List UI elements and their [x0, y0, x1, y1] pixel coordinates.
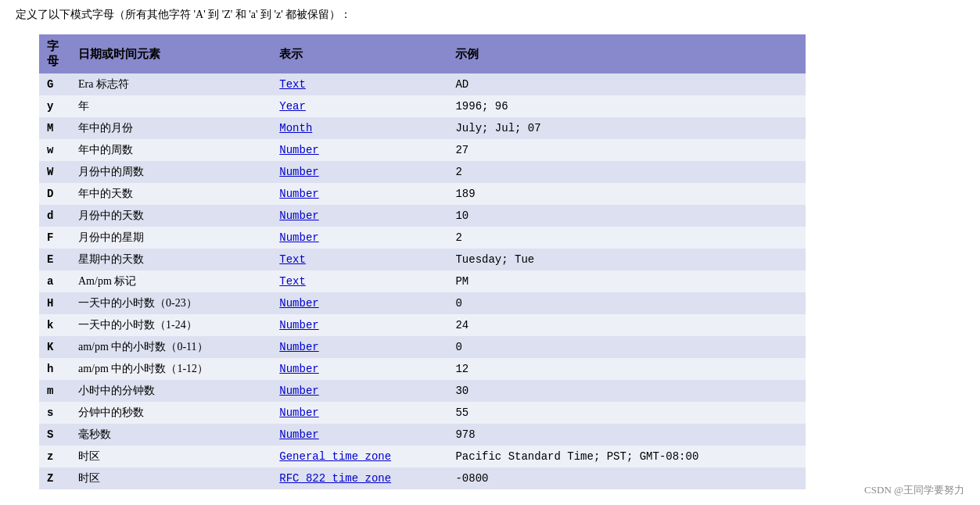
cell-representation[interactable]: Number [271, 424, 447, 446]
representation-link[interactable]: Number [279, 341, 318, 353]
representation-link[interactable]: Number [279, 210, 318, 222]
cell-example: 189 [447, 183, 806, 205]
cell-description: 年中的周数 [70, 139, 271, 161]
intro-text: 定义了以下模式字母（所有其他字符 'A' 到 'Z' 和 'a' 到 'z' 都… [16, 8, 964, 22]
table-row: ham/pm 中的小时数（1-12）Number12 [39, 358, 806, 380]
cell-example: 30 [447, 380, 806, 402]
table-row: D年中的天数Number189 [39, 183, 806, 205]
cell-description: 一天中的小时数（0-23） [70, 292, 271, 314]
cell-representation[interactable]: Year [271, 95, 447, 117]
col-header-letter: 字母 [39, 34, 70, 73]
representation-link[interactable]: General time zone [279, 450, 391, 463]
table-row: k一天中的小时数（1-24）Number24 [39, 314, 806, 336]
cell-representation[interactable]: Number [271, 139, 447, 161]
cell-representation[interactable]: Number [271, 358, 447, 380]
representation-link[interactable]: Number [279, 144, 318, 156]
cell-letter: M [39, 117, 70, 139]
cell-letter: y [39, 95, 70, 117]
cell-letter: H [39, 292, 70, 314]
cell-letter: E [39, 249, 70, 270]
table-header-row: 字母 日期或时间元素 表示 示例 [39, 34, 806, 73]
representation-link[interactable]: Number [279, 188, 318, 200]
representation-link[interactable]: RFC 822 time zone [279, 472, 391, 485]
table-row: GEra 标志符TextAD [39, 73, 806, 95]
cell-example: 978 [447, 424, 806, 446]
cell-representation[interactable]: Number [271, 183, 447, 205]
representation-link[interactable]: Year [279, 100, 306, 113]
cell-example: 55 [447, 402, 806, 424]
representation-link[interactable]: Number [279, 319, 318, 331]
representation-link[interactable]: Text [279, 275, 306, 288]
cell-representation[interactable]: Number [271, 380, 447, 402]
watermark: CSDN @王同学要努力 [864, 483, 964, 497]
cell-description: 星期中的天数 [70, 249, 271, 270]
representation-link[interactable]: Number [279, 166, 318, 178]
table-row: s分钟中的秒数Number55 [39, 402, 806, 424]
table-row: S毫秒数Number978 [39, 424, 806, 446]
representation-link[interactable]: Number [279, 428, 318, 441]
representation-link[interactable]: Number [279, 231, 318, 244]
table-row: w年中的周数Number27 [39, 139, 806, 161]
cell-representation[interactable]: Month [271, 117, 447, 139]
table-row: y年Year1996; 96 [39, 95, 806, 117]
representation-link[interactable]: Number [279, 385, 318, 397]
table-row: m小时中的分钟数Number30 [39, 380, 806, 402]
cell-example: 2 [447, 161, 806, 183]
cell-representation[interactable]: General time zone [271, 446, 447, 467]
cell-example: 10 [447, 205, 806, 227]
cell-letter: G [39, 73, 70, 95]
cell-example: July; Jul; 07 [447, 117, 806, 139]
table-container: 字母 日期或时间元素 表示 示例 GEra 标志符TextADy年Year199… [39, 34, 806, 489]
cell-letter: d [39, 205, 70, 227]
cell-letter: s [39, 402, 70, 424]
cell-description: am/pm 中的小时数（0-11） [70, 336, 271, 358]
cell-letter: S [39, 424, 70, 446]
cell-letter: Z [39, 467, 70, 489]
cell-description: 年中的天数 [70, 183, 271, 205]
table-row: Z时区RFC 822 time zone-0800 [39, 467, 806, 489]
representation-link[interactable]: Number [279, 363, 318, 375]
table-row: Kam/pm 中的小时数（0-11）Number0 [39, 336, 806, 358]
representation-link[interactable]: Text [279, 78, 306, 91]
cell-example: Tuesday; Tue [447, 249, 806, 270]
cell-letter: h [39, 358, 70, 380]
cell-representation[interactable]: Text [271, 73, 447, 95]
cell-letter: K [39, 336, 70, 358]
representation-link[interactable]: Text [279, 253, 306, 266]
table-row: d月份中的天数Number10 [39, 205, 806, 227]
col-header-example: 示例 [447, 34, 806, 73]
cell-representation[interactable]: Number [271, 336, 447, 358]
table-row: W月份中的周数Number2 [39, 161, 806, 183]
cell-representation[interactable]: Number [271, 402, 447, 424]
cell-description: Am/pm 标记 [70, 270, 271, 292]
cell-example: 0 [447, 336, 806, 358]
cell-description: 年中的月份 [70, 117, 271, 139]
cell-description: am/pm 中的小时数（1-12） [70, 358, 271, 380]
cell-representation[interactable]: RFC 822 time zone [271, 467, 447, 489]
table-row: aAm/pm 标记TextPM [39, 270, 806, 292]
cell-representation[interactable]: Number [271, 292, 447, 314]
table-row: E星期中的天数TextTuesday; Tue [39, 249, 806, 270]
col-header-description: 日期或时间元素 [70, 34, 271, 73]
cell-example: 24 [447, 314, 806, 336]
cell-representation[interactable]: Number [271, 161, 447, 183]
cell-example: 0 [447, 292, 806, 314]
cell-representation[interactable]: Number [271, 227, 447, 249]
cell-letter: w [39, 139, 70, 161]
representation-link[interactable]: Number [279, 407, 318, 419]
cell-example: AD [447, 73, 806, 95]
table-row: F月份中的星期Number2 [39, 227, 806, 249]
cell-representation[interactable]: Number [271, 314, 447, 336]
representation-link[interactable]: Month [279, 122, 312, 134]
cell-representation[interactable]: Text [271, 270, 447, 292]
table-row: M年中的月份MonthJuly; Jul; 07 [39, 117, 806, 139]
table-row: H一天中的小时数（0-23）Number0 [39, 292, 806, 314]
cell-letter: W [39, 161, 70, 183]
cell-representation[interactable]: Text [271, 249, 447, 270]
cell-representation[interactable]: Number [271, 205, 447, 227]
representation-link[interactable]: Number [279, 297, 318, 310]
cell-description: 月份中的周数 [70, 161, 271, 183]
table-row: z时区General time zonePacific Standard Tim… [39, 446, 806, 467]
cell-letter: D [39, 183, 70, 205]
cell-description: 年 [70, 95, 271, 117]
